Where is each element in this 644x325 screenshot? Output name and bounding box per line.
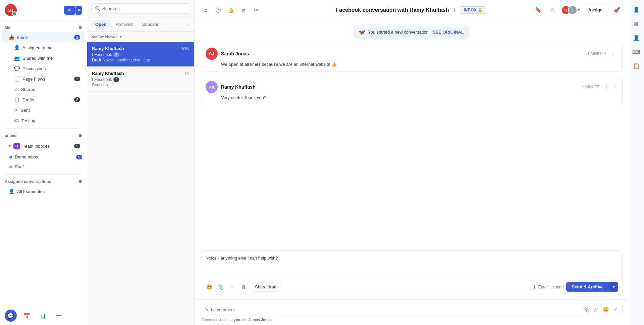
more-nav-button[interactable]: ••• xyxy=(53,310,65,322)
ramy-avatar: RK xyxy=(206,81,218,93)
pencil-icon: ✏ xyxy=(68,8,71,13)
ramy-message-more-icon[interactable]: ⋮ xyxy=(602,83,610,92)
conversation-list-header: 🔍 xyxy=(87,0,194,17)
message-sarah: SJ Sarah Jonas 1 MINUTE ⋮ We open at all… xyxy=(200,43,623,72)
enter-to-send-checkbox[interactable] xyxy=(530,285,535,289)
send-archive-main-button[interactable]: Send & Archive xyxy=(566,282,609,292)
delete-draft-button[interactable]: 🗑 xyxy=(238,282,249,292)
sidebar-bottom-nav: 💬 📅 📊 ••• xyxy=(0,306,87,325)
send-archive-button[interactable]: Send & Archive ▾ xyxy=(566,282,618,292)
compose-group: ✏ ▾ xyxy=(64,6,82,15)
sidebar-item-shared-with-me[interactable]: 👥 Shared with me xyxy=(2,53,85,63)
archive-icon-btn[interactable]: 🗂 xyxy=(200,5,211,15)
message-body-sarah: We open at all times because we are an i… xyxy=(206,62,617,67)
attach-comment-icon[interactable]: 📎 xyxy=(583,306,590,313)
rocket-icon-btn[interactable]: 🚀 xyxy=(611,4,623,16)
bell-icon-btn[interactable]: 🔔 xyxy=(225,5,236,15)
sidebar-item-drafts[interactable]: 📋 Drafts 2 xyxy=(2,95,85,105)
sidebar-item-assigned-to-me[interactable]: 👤 Assigned to me xyxy=(2,43,85,53)
search-input[interactable] xyxy=(102,6,186,11)
me-section-header: Me ⚙ xyxy=(0,23,87,32)
user-avatar[interactable]: SJ xyxy=(5,4,17,16)
assigned-conversations-header: Assigned conversations ⚙ xyxy=(0,177,87,186)
inbox-icon: 📥 xyxy=(9,35,14,40)
compose-button[interactable]: ✏ xyxy=(64,6,75,15)
add-reaction-button[interactable]: + xyxy=(613,84,617,91)
draft-icon: 📋 xyxy=(14,97,20,102)
tag-icon: 🏷 xyxy=(14,118,19,123)
sidebar-item-testing[interactable]: 🏷 Testing xyxy=(2,115,85,126)
sidebar-item-sent[interactable]: ✈ Sent xyxy=(2,105,85,115)
sidebar-item-inbox[interactable]: 📥 Inbox 2 xyxy=(2,32,85,42)
right-person-detail-btn[interactable]: 👤 xyxy=(630,32,642,44)
send-archive-chevron-button[interactable]: ▾ xyxy=(609,282,618,292)
sidebar-header: SJ ✏ ▾ xyxy=(0,0,87,20)
assigned-settings-icon[interactable]: ⚙ xyxy=(78,179,82,184)
right-layout-btn[interactable]: ▦ xyxy=(630,17,642,30)
emoji-button[interactable]: 😊 xyxy=(204,282,214,292)
share-draft-button[interactable]: Share draft xyxy=(250,282,281,292)
chart-nav-button[interactable]: 📊 xyxy=(37,310,49,322)
conversation-header: 🗂 🕐 🔔 🗑 ••• Facebook conversation with R… xyxy=(195,0,628,20)
see-original-link[interactable]: SEE ORIGINAL xyxy=(433,30,464,35)
message-more-icon[interactable]: ⋮ xyxy=(609,49,617,58)
info-icon[interactable]: ℹ xyxy=(453,7,455,13)
sidebar-item-all-teammates[interactable]: 👤 All teammates xyxy=(2,186,85,196)
right-clipboard-btn[interactable]: 📋 xyxy=(630,60,642,72)
sarah-avatar: SJ xyxy=(206,48,218,60)
expand-comment-icon[interactable]: ⤢ xyxy=(612,306,618,313)
assign-button[interactable]: Assign xyxy=(583,5,608,15)
sort-button[interactable]: Sort by Newest xyxy=(91,34,118,39)
right-keyboard-btn[interactable]: ⌨ xyxy=(630,46,642,58)
sidebar: SJ ✏ ▾ Me ⚙ 📥 Inbox 2 👤 Assigned to me xyxy=(0,0,87,325)
system-banner: 🦋 You started a new conversation SEE ORI… xyxy=(353,26,469,39)
filter-tab-open[interactable]: Open xyxy=(91,20,110,29)
divider-2 xyxy=(5,174,82,175)
sidebar-item-starred[interactable]: ☆ Starred xyxy=(2,84,85,94)
mention-icon[interactable]: @ xyxy=(593,306,599,313)
search-icon: 🔍 xyxy=(95,6,100,11)
filter-expand-icon[interactable]: › xyxy=(186,20,190,29)
comment-note: Comment visible to you and James Jonas xyxy=(200,316,623,322)
compose-dropdown-button[interactable]: ▾ xyxy=(75,6,82,15)
filter-tab-snoozed[interactable]: Snoozed xyxy=(138,20,163,29)
conversation-item-ramy-2[interactable]: Ramy Khuffash 1M f Facebook 4 Cool cool xyxy=(87,67,194,92)
filter-tabs: Open Archived Snoozed › xyxy=(87,17,194,32)
banner-icon: 🦋 xyxy=(359,29,365,35)
team-avatar: U xyxy=(13,143,20,149)
message-body-ramy: Very useful, thank you? xyxy=(206,95,617,100)
right-contact-btn[interactable]: 👤 xyxy=(630,3,642,15)
bookmark-icon-btn[interactable]: 🔖 xyxy=(533,4,544,16)
dot-blue-icon xyxy=(9,156,12,158)
more-icon-btn[interactable]: ••• xyxy=(251,5,262,15)
sidebar-item-discussions[interactable]: 💬 Discussions xyxy=(2,63,85,74)
calendar-nav-button[interactable]: 📅 xyxy=(21,310,33,322)
sidebar-item-stuff[interactable]: Stuff xyxy=(0,162,87,172)
team-section-header: uifeed ⚙ xyxy=(0,131,87,140)
clock-icon-btn[interactable]: 🕐 xyxy=(213,5,223,15)
team-settings-icon[interactable]: ⚙ xyxy=(78,133,82,138)
sidebar-item-demo-inbox[interactable]: Demo Inbox 5 xyxy=(0,152,87,162)
assign-chevron-icon[interactable]: ▾ xyxy=(578,8,580,12)
format-button[interactable]: ≡ xyxy=(227,282,237,292)
expand-icon: ▾ xyxy=(9,144,11,148)
attach-button[interactable]: 📎 xyxy=(216,282,226,292)
emoji-comment-icon[interactable]: 😊 xyxy=(602,306,610,313)
sidebar-item-team-inboxes[interactable]: ▾ U Team inboxes 5 xyxy=(2,140,85,152)
star-header-icon-btn[interactable]: ☆ xyxy=(547,4,558,16)
comment-input[interactable] xyxy=(204,307,580,312)
conversation-item-ramy-1[interactable]: Ramy Khuffash NOW f Facebook 2 Draft Noi… xyxy=(87,42,194,67)
reply-area: Noice - anything else I can help with? 😊… xyxy=(200,250,623,295)
flow-icon: 📄 xyxy=(14,76,20,82)
message-ramy: RK Ramy Khuffash 1 MINUTE ⋮ + Very usefu… xyxy=(200,76,623,105)
facebook-icon: f xyxy=(92,52,93,57)
filter-tab-archived[interactable]: Archived xyxy=(112,20,137,29)
trash-icon-btn[interactable]: 🗑 xyxy=(238,5,249,15)
sidebar-item-page-flows[interactable]: 📄 Page Flows 2 xyxy=(2,74,85,84)
reply-input[interactable]: Noice - anything else I can help with? xyxy=(200,251,622,278)
settings-icon[interactable]: ⚙ xyxy=(78,25,82,30)
assign-avatar-j: J xyxy=(568,5,577,15)
comment-area: 📎 @ 😊 ⤢ Comment visible to you and James… xyxy=(195,299,628,325)
chat-nav-button[interactable]: 💬 xyxy=(5,310,17,322)
divider-1 xyxy=(5,128,82,129)
